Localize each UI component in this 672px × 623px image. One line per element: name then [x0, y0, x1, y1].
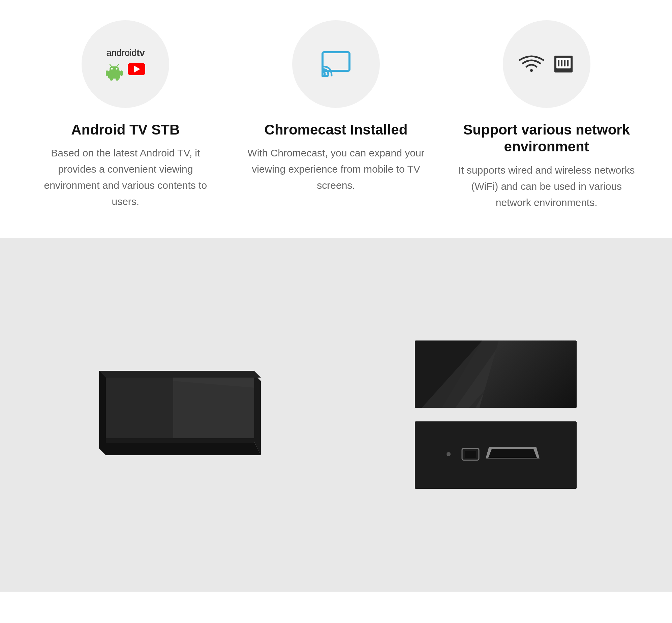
svg-rect-37: [465, 451, 476, 458]
chromecast-icon: [317, 46, 355, 83]
svg-rect-8: [110, 78, 113, 81]
android-tv-text: androidtv: [106, 48, 145, 58]
svg-marker-19: [99, 442, 261, 455]
product-box-ports-view: [415, 421, 577, 489]
network-desc: It supports wired and wireless networks …: [452, 162, 641, 211]
product-box-top-view: [415, 340, 577, 408]
android-icon: [105, 63, 123, 81]
svg-rect-14: [558, 60, 559, 66]
svg-marker-39: [488, 449, 537, 458]
svg-rect-17: [567, 60, 569, 66]
svg-rect-9: [116, 78, 119, 81]
chromecast-icon-circle: [292, 20, 380, 108]
chromecast-title: Chromecast Installed: [265, 121, 408, 138]
ethernet-icon: [552, 52, 575, 76]
svg-point-11: [530, 69, 533, 72]
svg-rect-15: [561, 60, 562, 66]
features-section: androidtv: [0, 0, 672, 238]
svg-marker-20: [254, 374, 261, 455]
svg-marker-27: [99, 371, 261, 378]
svg-point-3: [116, 68, 118, 70]
svg-point-2: [111, 68, 113, 70]
youtube-play-triangle: [134, 66, 140, 72]
product-section: [0, 238, 672, 592]
svg-rect-1: [110, 66, 119, 72]
svg-marker-23: [99, 374, 173, 442]
android-tv-desc: Based on the latest Android TV, it provi…: [31, 145, 220, 210]
svg-rect-16: [564, 60, 566, 66]
android-tv-title: Android TV STB: [71, 121, 180, 138]
feature-card-network: Support various network environment It s…: [452, 20, 641, 211]
chromecast-desc: With Chromecast, you can expand your vie…: [242, 145, 430, 194]
product-boxes-container: [346, 340, 645, 489]
dongle-image: [72, 334, 281, 496]
android-tv-logo: androidtv: [105, 48, 145, 81]
wifi-icon: [518, 54, 545, 74]
youtube-icon: [128, 63, 145, 75]
svg-marker-28: [99, 438, 254, 443]
svg-rect-7: [120, 70, 123, 76]
svg-point-40: [447, 452, 451, 456]
svg-marker-29: [99, 371, 106, 455]
feature-card-android-tv: androidtv: [31, 20, 220, 210]
svg-rect-18: [558, 70, 569, 72]
network-title: Support various network environment: [452, 121, 641, 155]
svg-rect-6: [106, 70, 108, 76]
network-icon-circle: [503, 20, 590, 108]
svg-rect-10: [323, 52, 349, 71]
android-tv-icon-circle: androidtv: [82, 20, 169, 108]
feature-card-chromecast: Chromecast Installed With Chromecast, yo…: [242, 20, 430, 194]
box-top-image: [415, 340, 577, 408]
box-ports-image: [415, 421, 577, 489]
product-dongle-container: [27, 334, 326, 496]
svg-line-4: [110, 64, 112, 66]
android-badges: [105, 63, 145, 81]
svg-line-5: [117, 64, 119, 66]
network-icons-group: [518, 52, 575, 76]
